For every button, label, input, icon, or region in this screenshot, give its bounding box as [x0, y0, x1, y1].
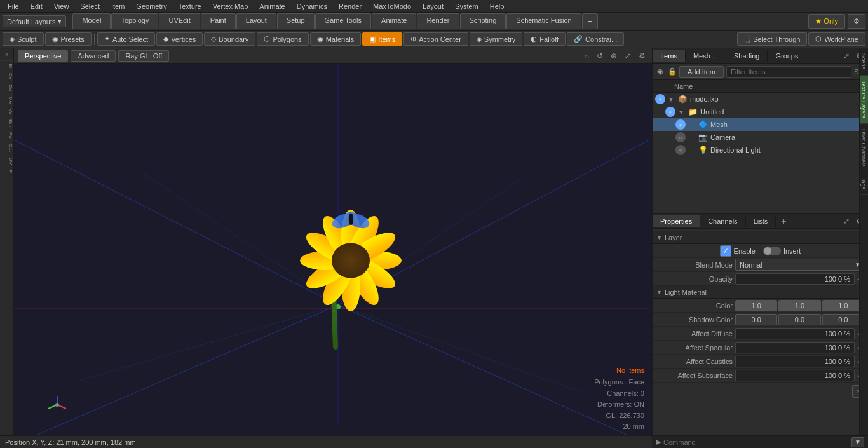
shadow-b-field[interactable]: 0.0: [822, 314, 864, 325]
tab-model[interactable]: Model: [72, 13, 111, 29]
tab-properties[interactable]: Properties: [653, 215, 700, 227]
tab-render[interactable]: Render: [417, 13, 459, 29]
constrain-button[interactable]: 🔗 Constrai...: [567, 32, 624, 46]
tab-shading[interactable]: Shading: [726, 50, 768, 62]
menu-edit[interactable]: Edit: [25, 1, 48, 11]
panel-expand-icon[interactable]: ⤢: [841, 50, 852, 62]
command-input[interactable]: [663, 438, 849, 446]
add-item-button[interactable]: Add Item: [679, 66, 724, 78]
vp-expand-icon[interactable]: ⤢: [622, 50, 634, 62]
item-vis-mesh[interactable]: ●: [675, 119, 686, 130]
affect-diffuse-field[interactable]: 100.0 %: [735, 328, 855, 339]
item-vis-modo[interactable]: ●: [655, 94, 665, 104]
section-layer[interactable]: ▼ Layer: [653, 231, 868, 244]
materials-button[interactable]: ◉ Materials: [310, 32, 362, 46]
tab-plus[interactable]: +: [582, 13, 599, 29]
tab-topology[interactable]: Topology: [111, 13, 158, 29]
opacity-field[interactable]: 100.0 %: [735, 273, 855, 285]
color-b-field[interactable]: 1.0: [822, 300, 864, 311]
tab-groups[interactable]: Groups: [768, 50, 806, 62]
tab-layout[interactable]: Layout: [236, 13, 276, 29]
tab-animate[interactable]: Animate: [372, 13, 416, 29]
falloff-button[interactable]: ◐ Falloff: [524, 32, 566, 46]
sculpt-button[interactable]: ◈ Sculpt: [3, 32, 44, 46]
item-row-mesh[interactable]: ● 🔷 Mesh: [653, 118, 868, 131]
tab-lists[interactable]: Lists: [746, 215, 776, 227]
vtab-texture-layers[interactable]: Texture Layers: [860, 76, 868, 124]
layout-selector[interactable]: Default Layouts ▾: [3, 15, 66, 27]
enable-checkbox[interactable]: ✓: [720, 245, 731, 257]
menu-geometry[interactable]: Geometry: [131, 1, 172, 11]
tab-gametools[interactable]: Game Tools: [315, 13, 372, 29]
tab-paint[interactable]: Paint: [201, 13, 236, 29]
viewport-canvas[interactable]: No Items Polygons : Face Channels: 0 Def…: [14, 64, 652, 435]
filter-items-input[interactable]: [726, 66, 851, 78]
item-row-light[interactable]: ○ 💡 Directional Light: [653, 144, 868, 156]
tab-uvedit[interactable]: UVEdit: [159, 13, 200, 29]
vp-zoom-icon[interactable]: ⊕: [608, 50, 620, 62]
tab-scripting[interactable]: Scripting: [460, 13, 506, 29]
command-dropdown-button[interactable]: ▼: [851, 437, 864, 447]
menu-maxtomodo[interactable]: MaxToModo: [368, 1, 416, 11]
select-through-button[interactable]: ⬚ Select Through: [737, 32, 807, 46]
vp-tab-perspective[interactable]: Perspective: [18, 50, 68, 62]
items-button[interactable]: ▣ Items: [362, 32, 402, 46]
item-expand-modo[interactable]: ▼: [668, 96, 675, 103]
vp-rotate-icon[interactable]: ↺: [594, 50, 606, 62]
menu-texture[interactable]: Texture: [173, 1, 207, 11]
affect-specular-field[interactable]: 100.0 %: [735, 342, 855, 353]
vertices-button[interactable]: ◆ Vertices: [156, 32, 203, 46]
color-g-field[interactable]: 1.0: [778, 300, 820, 311]
menu-file[interactable]: File: [3, 1, 24, 11]
menu-help[interactable]: Help: [485, 1, 510, 11]
item-vis-light[interactable]: ○: [675, 145, 686, 155]
item-row-camera[interactable]: ○ 📷 Camera: [653, 131, 868, 144]
props-expand-icon[interactable]: ⤢: [841, 215, 852, 227]
section-light-material[interactable]: ▼ Light Material: [653, 286, 868, 299]
workplane-button[interactable]: ⬡ WorkPlane: [808, 32, 865, 46]
item-vis-untitled[interactable]: ●: [665, 107, 675, 117]
shadow-r-field[interactable]: 0.0: [735, 314, 777, 325]
menu-animate[interactable]: Animate: [254, 1, 290, 11]
tab-add-channel[interactable]: +: [776, 214, 791, 229]
vp-tab-advanced[interactable]: Advanced: [71, 50, 116, 62]
prop-opacity: Opacity 100.0 % ◀: [653, 272, 868, 286]
vp-home-icon[interactable]: ⌂: [582, 50, 592, 62]
item-row-modo[interactable]: ● ▼ 📦 modo.lxo: [653, 93, 868, 105]
vtab-tags[interactable]: Tags: [860, 172, 868, 195]
gear-button[interactable]: ⚙: [848, 14, 865, 29]
tab-schematic-fusion[interactable]: Schematic Fusion: [506, 13, 581, 29]
item-expand-untitled[interactable]: ▼: [678, 109, 686, 116]
symmetry-button[interactable]: ◈ Symmetry: [470, 32, 523, 46]
tab-channels[interactable]: Channels: [700, 215, 745, 227]
vtab-user-channels[interactable]: User Channels: [860, 124, 868, 173]
boundary-button[interactable]: ◇ Boundary: [204, 32, 255, 46]
auto-select-button[interactable]: ✦ Auto Select: [97, 32, 155, 46]
blend-mode-select[interactable]: Normal ▾: [735, 259, 864, 271]
invert-toggle[interactable]: [763, 247, 781, 255]
vp-settings-icon[interactable]: ⚙: [636, 50, 648, 62]
opacity-control: 100.0 % ◀: [735, 273, 864, 285]
menu-view[interactable]: View: [49, 1, 74, 11]
tab-items[interactable]: Items: [653, 50, 686, 62]
menu-item[interactable]: Item: [106, 1, 130, 11]
polygons-button[interactable]: ⬡ Polygons: [257, 32, 308, 46]
color-r-field[interactable]: 1.0: [735, 300, 777, 311]
menu-vertexmap[interactable]: Vertex Map: [208, 1, 254, 11]
shadow-g-field[interactable]: 0.0: [778, 314, 820, 325]
menu-layout[interactable]: Layout: [417, 1, 449, 11]
action-center-button[interactable]: ⊕ Action Center: [403, 32, 468, 46]
item-vis-camera[interactable]: ○: [675, 132, 686, 142]
vtab-scene[interactable]: Scene: [860, 48, 868, 76]
menu-system[interactable]: System: [450, 1, 484, 11]
vp-tab-raygl[interactable]: Ray GL: Off: [118, 50, 169, 62]
menu-select[interactable]: Select: [75, 1, 105, 11]
menu-dynamics[interactable]: Dynamics: [292, 1, 332, 11]
item-row-untitled[interactable]: ● ▼ 📁 Untitled: [653, 105, 868, 118]
affect-subsurface-field[interactable]: 100.0 %: [735, 370, 855, 381]
menu-render[interactable]: Render: [334, 1, 367, 11]
tab-setup[interactable]: Setup: [277, 13, 315, 29]
affect-caustics-field[interactable]: 100.0 %: [735, 356, 855, 367]
presets-button[interactable]: ◉ Presets: [45, 32, 92, 46]
tab-mesh-paint[interactable]: Mesh ...: [686, 50, 726, 62]
